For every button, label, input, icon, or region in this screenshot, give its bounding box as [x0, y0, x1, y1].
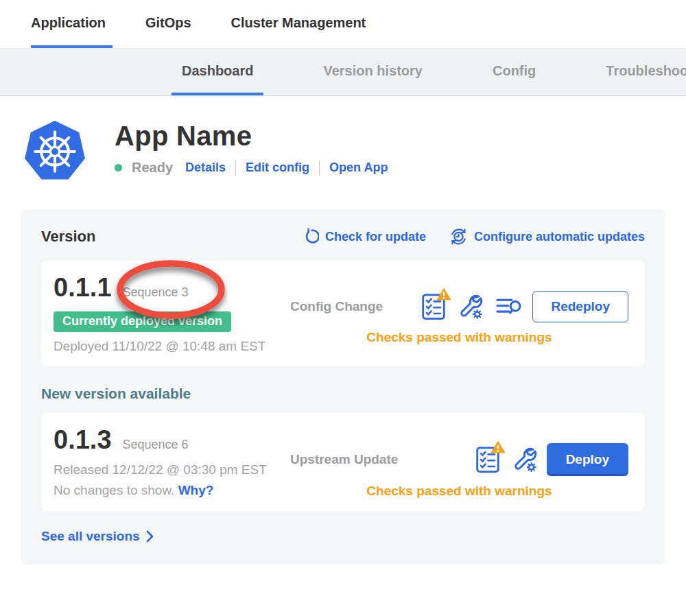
divider	[235, 161, 236, 176]
current-version-source: Config Change	[290, 299, 383, 314]
current-version-main: Config Change	[290, 291, 628, 345]
refresh-icon	[303, 228, 319, 245]
see-all-versions-label: See all versions	[41, 529, 140, 544]
tab-dashboard-label: Dashboard	[182, 63, 253, 79]
see-all-versions-link[interactable]: See all versions	[41, 529, 645, 544]
version-panel-actions: Check for update Configure automat	[303, 228, 645, 246]
warning-triangle-icon	[436, 287, 452, 301]
top-nav-gitops[interactable]: GitOps	[145, 0, 198, 48]
view-files-icon[interactable]	[495, 296, 523, 317]
tab-config[interactable]: Config	[482, 49, 546, 95]
available-version-card: 0.1.3 Sequence 6 Released 12/12/22 @ 03:…	[41, 413, 645, 511]
deploy-button[interactable]: Deploy	[547, 443, 628, 476]
available-version-sequence: Sequence 6	[123, 438, 189, 452]
status-dot-icon	[115, 164, 122, 171]
current-version-line: 0.1.1 Sequence 3	[54, 273, 290, 303]
tab-config-label: Config	[493, 63, 536, 79]
released-timestamp: Released 12/12/22 @ 03:30 pm EST	[54, 462, 290, 477]
why-link[interactable]: Why?	[178, 483, 214, 497]
current-version-checks-status: Checks passed with warnings	[290, 330, 628, 345]
version-panel-header: Version Check for update	[41, 228, 645, 246]
available-version-checks-status: Checks passed with warnings	[290, 484, 628, 499]
current-version-info: 0.1.1 Sequence 3 Currently deployed vers…	[54, 273, 290, 354]
tab-version-history-label: Version history	[323, 63, 423, 79]
open-app-link[interactable]: Open App	[329, 161, 388, 175]
no-changes-line: No changes to show. Why?	[54, 483, 290, 498]
top-nav-cluster-management[interactable]: Cluster Management	[231, 0, 373, 48]
available-version-number: 0.1.3	[54, 425, 112, 455]
top-nav-gitops-label: GitOps	[145, 15, 191, 31]
current-version-actions-row: Config Change	[290, 291, 628, 322]
tab-dashboard[interactable]: Dashboard	[172, 49, 263, 95]
redeploy-button[interactable]: Redeploy	[532, 291, 628, 322]
available-version-source: Upstream Update	[290, 452, 398, 467]
no-changes-text: No changes to show.	[54, 483, 174, 497]
admin-console-page: Application GitOps Cluster Management Da…	[0, 0, 686, 616]
kubernetes-logo-icon	[24, 119, 86, 184]
top-nav: Application GitOps Cluster Management	[0, 0, 686, 48]
sub-nav: Dashboard Version history Config Trouble…	[0, 48, 686, 96]
warning-triangle-icon	[490, 440, 506, 454]
top-nav-application-label: Application	[31, 15, 106, 31]
current-version-icons	[421, 293, 523, 320]
app-title: App Name	[115, 121, 388, 152]
preflight-checks-icon[interactable]	[475, 446, 500, 473]
available-version-icons	[475, 446, 537, 473]
top-nav-cluster-management-label: Cluster Management	[231, 15, 366, 31]
configure-automatic-updates-link[interactable]: Configure automatic updates	[449, 228, 645, 246]
edit-config-icon[interactable]	[512, 447, 537, 472]
app-header: App Name Ready Details Edit config Open …	[24, 119, 686, 184]
new-version-heading: New version available	[41, 386, 645, 402]
available-version-main: Upstream Update	[290, 443, 628, 499]
available-version-line: 0.1.3 Sequence 6	[54, 425, 290, 455]
currently-deployed-badge: Currently deployed version	[54, 311, 231, 332]
divider	[319, 161, 320, 176]
configure-automatic-updates-label: Configure automatic updates	[474, 230, 645, 244]
available-version-info: 0.1.3 Sequence 6 Released 12/12/22 @ 03:…	[54, 425, 290, 498]
edit-config-icon[interactable]	[458, 294, 483, 319]
tab-troubleshoot[interactable]: Troubleshoot	[595, 49, 686, 95]
current-version-sequence: Sequence 3	[123, 285, 189, 300]
status-text: Ready	[132, 160, 173, 176]
schedule-icon	[449, 228, 468, 246]
tab-troubleshoot-label: Troubleshoot	[606, 63, 686, 79]
check-for-update-label: Check for update	[325, 230, 426, 244]
app-header-text: App Name Ready Details Edit config Open …	[115, 119, 388, 176]
check-for-update-link[interactable]: Check for update	[303, 228, 426, 245]
current-version-number: 0.1.1	[54, 273, 112, 303]
version-panel: Version Check for update	[21, 210, 665, 565]
version-panel-title: Version	[41, 228, 95, 246]
tab-version-history[interactable]: Version history	[313, 49, 433, 95]
details-link[interactable]: Details	[185, 161, 226, 175]
chevron-right-icon	[145, 529, 154, 544]
deployed-timestamp: Deployed 11/10/22 @ 10:48 am EST	[54, 339, 290, 354]
edit-config-link[interactable]: Edit config	[246, 161, 309, 175]
preflight-checks-icon[interactable]	[421, 293, 446, 320]
available-version-actions-row: Upstream Update	[290, 443, 628, 476]
top-nav-application[interactable]: Application	[31, 0, 113, 48]
current-version-card: 0.1.1 Sequence 3 Currently deployed vers…	[41, 261, 645, 366]
app-status-row: Ready Details Edit config Open App	[115, 160, 388, 176]
